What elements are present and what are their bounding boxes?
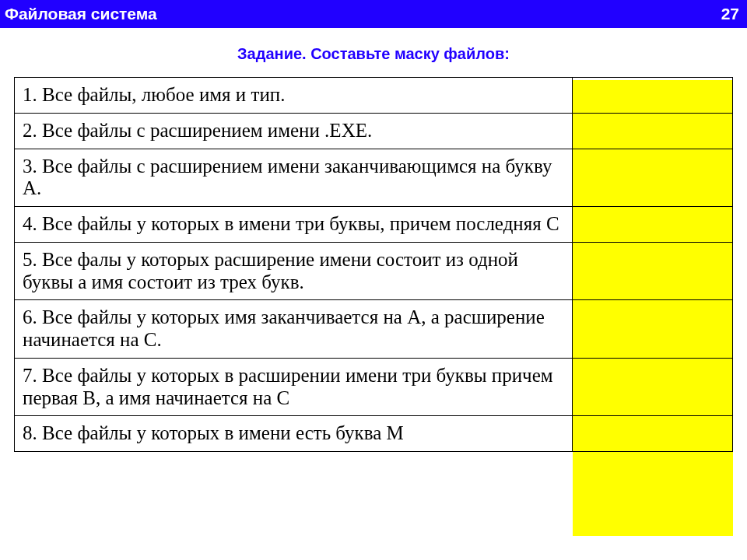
- content-area: 1. Все файлы, любое имя и тип. 2. Все фа…: [14, 77, 733, 541]
- task-table: 1. Все файлы, любое имя и тип. 2. Все фа…: [14, 77, 733, 452]
- answer-cell: [572, 300, 732, 359]
- answer-cell: [572, 113, 732, 149]
- answer-cell: [572, 242, 732, 300]
- question-cell: 2. Все файлы с расширением имени .EXE.: [15, 113, 573, 149]
- table-row: 1. Все файлы, любое имя и тип.: [15, 78, 733, 114]
- header-title: Файловая система: [5, 5, 157, 23]
- table-row: 6. Все файлы у которых имя заканчивается…: [15, 300, 733, 359]
- answer-cell: [572, 78, 732, 114]
- question-cell: 3. Все файлы с расширением имени заканчи…: [15, 149, 573, 207]
- table-row: 8. Все файлы у которых в имени есть букв…: [15, 416, 733, 452]
- question-cell: 8. Все файлы у которых в имени есть букв…: [15, 416, 573, 452]
- table-row: 3. Все файлы с расширением имени заканчи…: [15, 149, 733, 207]
- answer-cell: [572, 358, 732, 416]
- question-cell: 6. Все файлы у которых имя заканчивается…: [15, 300, 573, 359]
- table-row: 2. Все файлы с расширением имени .EXE.: [15, 113, 733, 149]
- question-cell: 7. Все файлы у которых в расширении имен…: [15, 358, 573, 416]
- answer-cell: [572, 207, 732, 243]
- table-row: 4. Все файлы у которых в имени три буквы…: [15, 207, 733, 243]
- slide: Файловая система 27 Задание. Составьте м…: [0, 0, 747, 560]
- question-cell: 1. Все файлы, любое имя и тип.: [15, 78, 573, 114]
- table-row: 5. Все фалы у которых расширение имени с…: [15, 242, 733, 300]
- question-cell: 5. Все фалы у которых расширение имени с…: [15, 242, 573, 300]
- question-cell: 4. Все файлы у которых в имени три буквы…: [15, 207, 573, 243]
- header-bar: Файловая система 27: [0, 0, 747, 28]
- table-row: 7. Все файлы у которых в расширении имен…: [15, 358, 733, 416]
- answer-cell: [572, 416, 732, 452]
- answer-cell: [572, 149, 732, 207]
- task-subtitle: Задание. Составьте маску файлов:: [0, 45, 747, 63]
- header-page-number: 27: [721, 5, 739, 23]
